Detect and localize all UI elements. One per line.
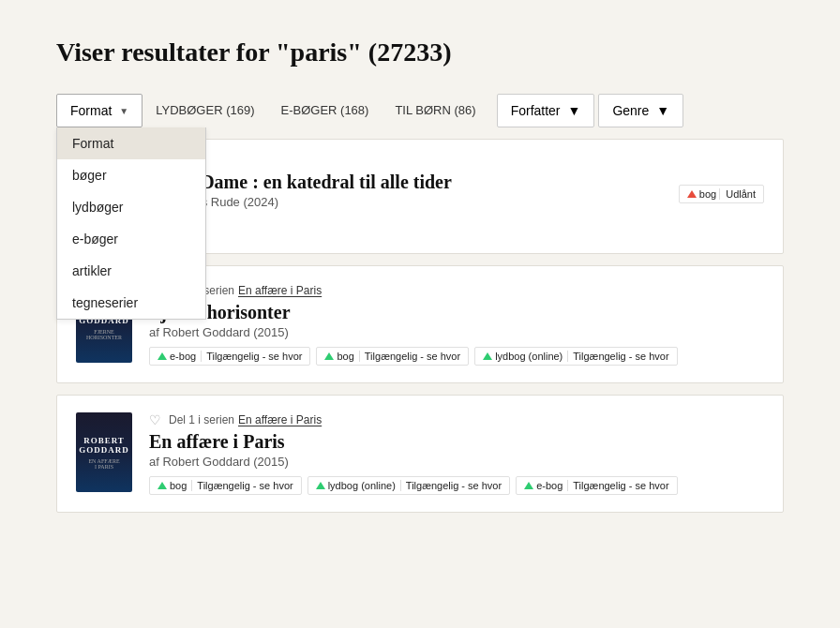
card-series: ♡ Del 2 i serien En affære i Paris [149,283,764,298]
book-cover: ROBERTGODDARD EN AFFÆREI PARIS [76,412,132,492]
avail-tag-ebook: e-bog Tilgængelig - se hvor [149,347,310,366]
dropdown-item-format[interactable]: Format [57,127,205,159]
card-title: Notre-Dame : en katedral til alle tider [149,172,662,193]
card-content: ♡ Del 1 i serien En affære i Paris En af… [149,412,764,495]
dropdown-item-lydboger[interactable]: lydbøger [57,191,205,223]
avail-divider [567,480,568,491]
status-triangle-icon [324,352,334,360]
card-content: PARIS Notre-Dame : en katedral til alle … [149,157,662,217]
avail-divider [359,351,360,362]
avail-status: Tilgængelig - se hvor [573,351,668,362]
status-triangle-icon [483,352,492,360]
avail-status: Udlånt [719,188,756,200]
avail-status: Tilgængelig - se hvor [197,480,292,491]
avail-divider [201,351,202,362]
series-link[interactable]: En affære i Paris [238,284,322,297]
avail-type: lydbog (online) [495,351,562,362]
card-author: af Robert Goddard (2015) [149,325,764,339]
availability-tags: e-bog Tilgængelig - se hvor bog Tilgænge… [149,347,764,366]
status-triangle-icon [524,482,533,489]
card-author: af Robert Goddard (2015) [149,455,764,469]
format-dropdown-button[interactable]: Format ▼ [56,94,142,127]
avail-type: e-bog [536,480,562,491]
avail-status: Tilgængelig - se hvor [573,480,668,491]
dropdown-item-artikler[interactable]: artikler [57,255,205,287]
heart-icon[interactable]: ♡ [149,412,161,427]
avail-type: e-bog [170,351,196,362]
format-chevron-icon: ▼ [119,106,128,116]
avail-tag-ebook: e-bog Tilgængelig - se hvor [516,476,677,495]
status-triangle-icon [158,482,167,489]
series-link[interactable]: En affære i Paris [238,413,322,426]
series-part: Del 1 i serien [169,413,234,426]
avail-type: bog [699,188,716,200]
dropdown-item-boger[interactable]: bøger [57,159,205,191]
avail-status: Tilgængelig - se hvor [365,351,460,362]
avail-status: Tilgængelig - se hvor [206,351,302,362]
avail-type: lydbog (online) [328,480,396,491]
status-triangle-icon [316,482,325,489]
avail-tag-bog: bog Udlånt [679,185,764,203]
card-title: Fjerne horisonter [149,302,764,323]
dropdown-item-eboger[interactable]: e-bøger [57,223,205,255]
page-title: Viser resultater for "paris" (27233) [56,37,784,67]
genre-chevron-icon: ▼ [656,103,669,118]
avail-divider [400,480,401,491]
card-author: af Andreas Rude (2024) [149,195,662,209]
avail-divider [191,480,192,491]
card-meta: PARIS [149,157,662,170]
genre-dropdown-button[interactable]: Genre ▼ [598,94,683,127]
status-triangle-icon [687,190,697,198]
avail-type: bog [337,351,353,362]
avail-tag-bog: bog Tilgængelig - se hvor [149,476,302,495]
avail-tag-lydbog: lydbog (online) Tilgængelig - se hvor [474,347,677,366]
card-content: ♡ Del 2 i serien En affære i Paris Fjern… [149,283,764,366]
format-label: Format [70,103,112,118]
card-title: En affære i Paris [149,431,764,453]
avail-status: Tilgængelig - se hvor [406,480,502,491]
avail-type: bog [170,480,187,491]
avail-tag-lydbog: lydbog (online) Tilgængelig - se hvor [308,476,510,495]
availability-section: bog Udlånt [679,185,764,203]
dropdown-item-tegneserier[interactable]: tegneserier [57,287,205,319]
filter-bar: Format ▼ Format bøger lydbøger e-bøger a… [56,94,784,127]
tab-lydboger[interactable]: LYDBØGER (169) [142,94,267,127]
forfatter-dropdown-button[interactable]: Forfatter ▼ [497,94,595,127]
table-row: ROBERTGODDARD EN AFFÆREI PARIS ♡ Del 1 i… [56,395,784,513]
avail-divider [567,351,568,362]
genre-label: Genre [612,103,649,118]
avail-tag-bog: bog Tilgængelig - se hvor [316,347,469,366]
format-dropdown-menu: Format bøger lydbøger e-bøger artikler t… [56,127,206,320]
tab-til-born[interactable]: TIL BØRN (86) [382,94,488,127]
format-dropdown-container: Format ▼ Format bøger lydbøger e-bøger a… [56,94,142,127]
forfatter-chevron-icon: ▼ [568,103,581,118]
card-series: ♡ Del 1 i serien En affære i Paris [149,412,764,427]
tab-eboger[interactable]: E-BØGER (168) [268,94,382,127]
availability-tags: bog Tilgængelig - se hvor lydbog (online… [149,476,764,495]
status-triangle-icon [158,352,167,360]
forfatter-label: Forfatter [511,103,561,118]
